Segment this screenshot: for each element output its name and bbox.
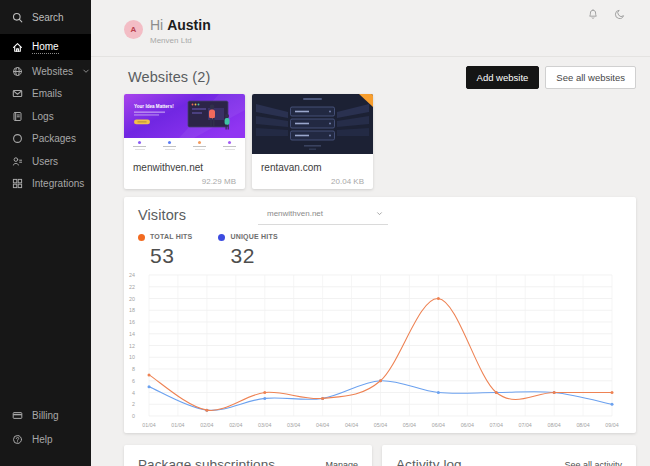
svg-text:12: 12 — [129, 343, 135, 349]
stat-total-hits: TOTAL HITS 53 — [138, 233, 192, 268]
svg-text:24: 24 — [129, 272, 135, 278]
activity-log-card: Activity log See all activity — [382, 445, 636, 466]
website-card-rentavan[interactable]: rentavan.com 20.04 KB — [252, 94, 373, 189]
company-name: Menven Ltd — [150, 36, 211, 45]
site-select-value: menwithven.net — [267, 209, 323, 218]
credit-card-icon — [12, 410, 23, 421]
website-size: 20.04 KB — [261, 177, 364, 186]
sidebar-search[interactable]: Search — [0, 0, 91, 32]
moon-icon[interactable] — [614, 8, 626, 21]
greeting: Hi Austin Menven Ltd — [150, 17, 211, 45]
chevron-down-icon — [376, 210, 383, 217]
svg-text:06/04: 06/04 — [461, 422, 474, 428]
visitors-card: Visitors menwithven.net TOTAL HITS 53 UN… — [124, 197, 636, 433]
svg-text:02/04: 02/04 — [229, 422, 242, 428]
grid-icon — [12, 178, 23, 189]
websites-section: Websites (2) Add website See all website… — [124, 67, 636, 189]
avatar[interactable]: A — [124, 20, 143, 39]
stat-label: TOTAL HITS — [150, 233, 192, 240]
sidebar-nav: Home Websites Emails Logs — [0, 34, 91, 195]
svg-text:8: 8 — [132, 366, 135, 372]
sidebar-footer: Billing Help — [0, 405, 91, 466]
svg-text:2: 2 — [132, 401, 135, 407]
see-all-activity-link[interactable]: See all activity — [564, 460, 622, 466]
topbar: A Hi Austin Menven Ltd — [91, 0, 650, 57]
svg-text:08/04: 08/04 — [576, 422, 589, 428]
svg-text:03/04: 03/04 — [287, 422, 300, 428]
manage-link[interactable]: Manage — [325, 460, 358, 466]
sidebar-item-users[interactable]: Users — [0, 150, 91, 172]
envelope-icon — [12, 88, 23, 99]
svg-text:07/04: 07/04 — [519, 422, 532, 428]
website-thumbnail: Your Idea Matters! — [124, 94, 245, 154]
svg-text:16: 16 — [129, 319, 135, 325]
stat-value: 32 — [230, 244, 277, 268]
svg-text:22: 22 — [129, 284, 135, 290]
website-size: 92.29 MB — [133, 177, 236, 186]
feature-row — [124, 138, 245, 154]
hero-title: Your Idea Matters! — [134, 104, 174, 109]
sidebar-item-home[interactable]: Home — [0, 34, 91, 60]
sidebar-item-logs[interactable]: Logs — [0, 105, 91, 127]
sidebar-item-websites[interactable]: Websites — [0, 60, 91, 82]
svg-text:20: 20 — [129, 296, 135, 302]
sidebar-item-label: Billing — [32, 410, 59, 421]
sidebar-item-label: Integrations — [32, 178, 84, 189]
sidebar-item-emails[interactable]: Emails — [0, 83, 91, 105]
svg-text:08/04: 08/04 — [547, 422, 560, 428]
greeting-prefix: Hi — [150, 17, 163, 33]
activity-log-title: Activity log — [396, 457, 462, 466]
bottom-row: Package subscriptions Manage Activity lo… — [124, 445, 636, 466]
search-icon — [12, 12, 23, 23]
home-icon — [12, 42, 23, 53]
svg-text:02/04: 02/04 — [200, 422, 213, 428]
main-content: A Hi Austin Menven Ltd Websites (2) Add … — [91, 0, 650, 466]
unique-hits-dot — [218, 234, 225, 241]
sidebar-item-label: Emails — [32, 88, 62, 99]
see-all-websites-button[interactable]: See all websites — [545, 66, 636, 89]
notebook-icon — [12, 111, 23, 122]
websites-header: Websites (2) Add website See all website… — [124, 67, 636, 87]
svg-text:10: 10 — [129, 354, 135, 360]
package-subscriptions-card: Package subscriptions Manage — [124, 445, 372, 466]
svg-text:01/04: 01/04 — [171, 422, 184, 428]
svg-text:06/04: 06/04 — [432, 422, 445, 428]
website-name: rentavan.com — [261, 162, 364, 173]
svg-text:04/04: 04/04 — [345, 422, 358, 428]
visitors-title: Visitors — [138, 207, 186, 223]
svg-text:03/04: 03/04 — [258, 422, 271, 428]
svg-text:6: 6 — [132, 378, 135, 384]
svg-text:09/04: 09/04 — [605, 422, 618, 428]
user-name: Austin — [167, 17, 211, 33]
chevron-down-icon — [82, 67, 90, 75]
svg-text:07/04: 07/04 — [490, 422, 503, 428]
sidebar-search-label: Search — [32, 12, 64, 23]
svg-text:05/04: 05/04 — [403, 422, 416, 428]
stat-value: 53 — [150, 244, 192, 268]
svg-text:01/04: 01/04 — [142, 422, 155, 428]
bell-icon[interactable] — [587, 8, 599, 21]
question-icon — [12, 434, 23, 445]
package-subscriptions-title: Package subscriptions — [138, 457, 275, 466]
sidebar-item-billing[interactable]: Billing — [0, 405, 91, 426]
svg-text:05/04: 05/04 — [374, 422, 387, 428]
websites-buttons: Add website See all websites — [466, 66, 636, 89]
svg-text:14: 14 — [129, 331, 135, 337]
topbar-icons — [587, 8, 626, 21]
sidebar: Search Home Websites Emails — [0, 0, 91, 466]
stat-unique-hits: UNIQUE HITS 32 — [218, 233, 277, 268]
sidebar-item-help[interactable]: Help — [0, 429, 91, 450]
svg-text:18: 18 — [129, 307, 135, 313]
website-card-menwithven[interactable]: Your Idea Matters! — [124, 94, 245, 189]
sidebar-item-label: Logs — [32, 111, 54, 122]
sidebar-item-label: Help — [32, 434, 53, 445]
stat-label: UNIQUE HITS — [230, 233, 277, 240]
sidebar-item-label: Packages — [32, 133, 76, 144]
sidebar-item-integrations[interactable]: Integrations — [0, 173, 91, 195]
add-website-button[interactable]: Add website — [466, 66, 540, 89]
sidebar-item-label: Users — [32, 156, 58, 167]
greeting-line: Hi Austin — [150, 17, 211, 33]
site-select[interactable]: menwithven.net — [258, 204, 388, 225]
sidebar-item-packages[interactable]: Packages — [0, 128, 91, 150]
website-thumbnail — [252, 94, 373, 154]
